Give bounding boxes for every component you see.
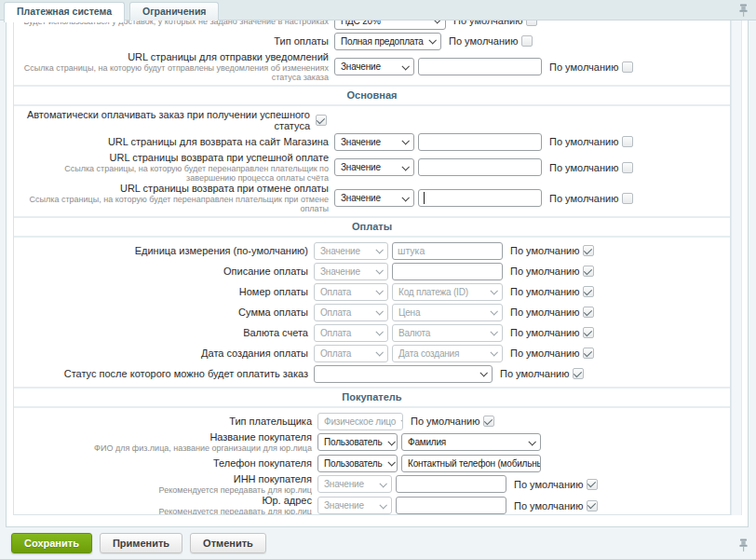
text-cursor <box>424 192 425 204</box>
default-checkbox[interactable] <box>583 327 594 338</box>
dropdown-select[interactable]: Значение <box>314 263 388 280</box>
default-checkbox[interactable] <box>622 162 633 173</box>
text-input[interactable] <box>392 242 503 260</box>
dropdown-value: Пользователь <box>324 458 383 469</box>
field-sublabel: Ссылка страницы, на которую будет перена… <box>14 195 329 213</box>
field-label: Телефон покупателя <box>14 457 312 469</box>
dropdown-value: Оплата <box>320 328 351 338</box>
default-checkbox[interactable] <box>622 136 633 147</box>
dropdown-value: Валюта <box>398 328 430 338</box>
field-controls: ЗначениеПо умолчанию <box>314 263 594 280</box>
form-rows: Будет использоваться у доставок, у котор… <box>14 20 730 515</box>
default-checkbox[interactable] <box>622 61 633 73</box>
dropdown-select[interactable]: Валюта <box>392 324 503 342</box>
dropdown-select[interactable]: Фамилия <box>401 433 541 451</box>
default-checkbox[interactable] <box>583 286 594 297</box>
field-label-cell: Название покупателяФИО для физ.лица, наз… <box>14 431 317 453</box>
field-label: URL страницы возврата при успешной оплат… <box>14 152 329 163</box>
tab-restrictions[interactable]: Ограничения <box>129 2 219 20</box>
field-label-cell: Тип плательщика <box>14 416 317 427</box>
pin-icon[interactable] <box>738 539 749 552</box>
text-input[interactable] <box>396 475 506 493</box>
form-row: Тип плательщикаФизическое лицоПо умолчан… <box>14 411 730 431</box>
default-checkbox[interactable] <box>526 20 537 26</box>
dropdown-select[interactable]: Цена <box>392 304 503 321</box>
default-checkbox[interactable] <box>521 35 533 47</box>
default-checkbox[interactable] <box>583 245 594 256</box>
dropdown-select[interactable]: Контактный телефон (мобильный) <box>401 455 541 472</box>
text-input[interactable] <box>418 158 542 176</box>
form-row: URL страницы для отправки уведомленийСсы… <box>14 51 730 82</box>
dropdown-select[interactable]: Значение <box>334 58 414 75</box>
default-checkbox[interactable] <box>583 307 594 318</box>
vertical-scrollbar[interactable] <box>731 20 742 515</box>
default-label: По умолчанию <box>510 266 579 277</box>
dropdown-select[interactable]: Значение <box>334 189 414 207</box>
dropdown-select[interactable]: Значение <box>317 475 392 493</box>
form-row: URL страницы возврата при отмене оплатыС… <box>14 183 730 213</box>
form-row: Описание оплатыЗначениеПо умолчанию <box>14 261 730 281</box>
field-sublabel: Рекомендуется передавать для юр.лиц <box>14 507 312 515</box>
text-input[interactable] <box>418 133 542 151</box>
dropdown-select[interactable]: Оплата <box>314 324 388 342</box>
checkbox[interactable] <box>316 115 327 126</box>
dropdown-select[interactable]: Дата создания <box>392 345 503 362</box>
text-input[interactable] <box>396 497 506 514</box>
chevron-down-icon <box>387 438 395 445</box>
form-row: Название покупателяФИО для физ.лица, наз… <box>14 431 730 453</box>
dropdown-select[interactable]: Оплата <box>314 304 388 321</box>
default-checkbox[interactable] <box>583 348 594 359</box>
save-button[interactable]: Сохранить <box>11 533 92 553</box>
dropdown-select[interactable]: Оплата <box>314 345 388 362</box>
dropdown-select[interactable]: Оплата <box>314 283 388 301</box>
section-divider <box>14 216 730 218</box>
default-option: По умолчанию <box>510 348 594 359</box>
default-label: По умолчанию <box>449 35 518 47</box>
text-input[interactable] <box>418 189 542 207</box>
dropdown-select[interactable]: Значение <box>334 133 414 151</box>
dropdown-select[interactable]: Физическое лицо <box>317 413 403 430</box>
field-controls: ЗначениеПо умолчанию <box>334 133 633 151</box>
default-checkbox[interactable] <box>573 368 584 379</box>
dropdown-select[interactable]: Код платежа (ID) <box>392 283 503 301</box>
default-label: По умолчанию <box>453 20 522 26</box>
field-label: URL страницы возврата при отмене оплаты <box>14 183 329 194</box>
field-label: URL страницы для отправки уведомлений <box>14 51 329 62</box>
text-input[interactable] <box>392 263 503 280</box>
default-label: По умолчанию <box>500 368 569 379</box>
dropdown-select[interactable]: Пользователь <box>317 455 398 472</box>
text-input[interactable] <box>418 58 542 75</box>
default-label: По умолчанию <box>514 500 583 511</box>
field-controls: ЗначениеПо умолчанию <box>317 475 598 493</box>
pin-icon[interactable] <box>738 4 749 17</box>
apply-button[interactable]: Применить <box>100 533 182 553</box>
field-controls: ЗначениеПо умолчанию <box>317 497 598 514</box>
field-label-cell: URL страницы возврата при успешной оплат… <box>14 152 334 183</box>
text-input-wrap <box>418 133 542 151</box>
default-checkbox[interactable] <box>583 266 594 277</box>
dropdown-select[interactable]: Значение <box>314 242 388 260</box>
dropdown-select[interactable]: Значение <box>317 497 392 514</box>
field-sublabel: Ссылка страницы, на которую будут отправ… <box>14 63 329 82</box>
field-label-cell: Юр. адресРекомендуется передавать для юр… <box>14 495 317 515</box>
field-label: Статус после которого можно будет оплати… <box>14 368 308 379</box>
dropdown-select[interactable]: Пользователь <box>317 433 398 451</box>
dropdown-select[interactable] <box>314 365 493 383</box>
default-checkbox[interactable] <box>587 479 598 490</box>
default-checkbox[interactable] <box>622 193 633 204</box>
field-label-cell: URL страницы для отправки уведомленийСсы… <box>14 51 334 82</box>
dropdown-select[interactable]: Значение <box>334 158 414 176</box>
default-checkbox[interactable] <box>483 416 494 427</box>
dropdown-select[interactable]: Полная предоплата <box>334 33 441 50</box>
dropdown-select[interactable]: НДС 20% <box>334 20 446 30</box>
tab-payment-system[interactable]: Платежная система <box>4 2 125 22</box>
cancel-button[interactable]: Отменить <box>190 533 266 553</box>
dropdown-value: Значение <box>341 61 381 72</box>
chevron-down-icon <box>401 194 409 201</box>
form-row: ИНН покупателяРекомендуется передавать д… <box>14 473 730 495</box>
default-checkbox[interactable] <box>587 500 598 511</box>
chevron-down-icon <box>528 438 535 445</box>
section-divider <box>14 236 730 238</box>
chevron-down-icon <box>387 458 395 466</box>
form-row: URL страницы для возврата на сайт Магази… <box>14 131 730 152</box>
